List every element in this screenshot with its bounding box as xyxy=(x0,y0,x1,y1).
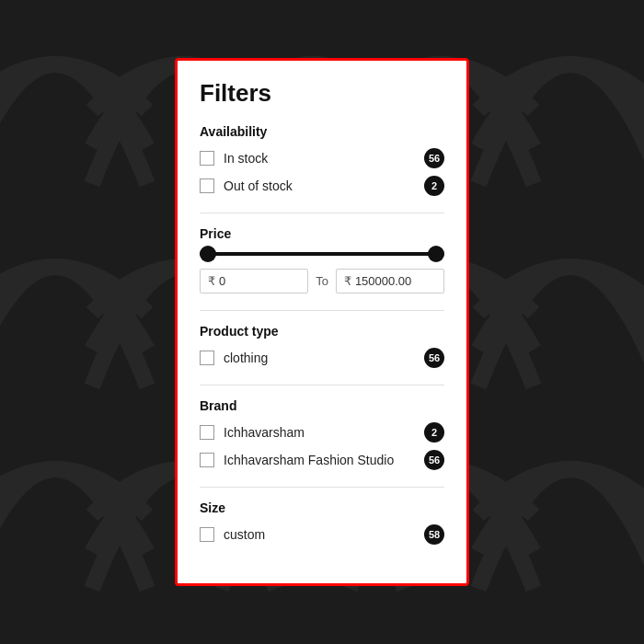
ichhavarsham-checkbox[interactable] xyxy=(200,425,214,440)
ichhavarsham-row: Ichhavarsham 2 xyxy=(200,422,444,443)
price-max-box: ₹ xyxy=(336,269,444,293)
custom-checkbox[interactable] xyxy=(200,527,214,542)
to-label: To xyxy=(316,274,328,288)
ichhavarsham-fashion-label[interactable]: Ichhavarsham Fashion Studio xyxy=(224,453,424,467)
divider-1 xyxy=(200,213,444,213)
divider-2 xyxy=(200,310,444,311)
clothing-row: clothing 56 xyxy=(200,348,444,368)
out-of-stock-label[interactable]: Out of stock xyxy=(224,178,424,193)
price-slider-container xyxy=(200,252,444,256)
ichhavarsham-fashion-checkbox[interactable] xyxy=(200,453,214,467)
filter-panel: Filters Availability In stock 56 Out of … xyxy=(175,58,469,586)
ichhavarsham-fashion-badge: 56 xyxy=(424,450,444,470)
price-label: Price xyxy=(200,226,444,241)
out-of-stock-badge: 2 xyxy=(424,176,444,196)
slider-track xyxy=(200,252,444,256)
out-of-stock-checkbox[interactable] xyxy=(200,178,214,193)
price-min-box: ₹ xyxy=(200,269,308,293)
custom-row: custom 58 xyxy=(200,524,444,545)
brand-section: Brand Ichhavarsham 2 Ichhavarsham Fashio… xyxy=(200,398,444,470)
slider-thumb-min[interactable] xyxy=(200,246,216,262)
custom-badge: 58 xyxy=(424,524,444,545)
out-of-stock-row: Out of stock 2 xyxy=(200,176,444,196)
in-stock-checkbox[interactable] xyxy=(200,151,214,166)
price-max-input[interactable] xyxy=(355,274,436,288)
product-type-label: Product type xyxy=(200,324,444,339)
clothing-checkbox[interactable] xyxy=(200,351,214,365)
price-inputs-row: ₹ To ₹ xyxy=(200,269,444,293)
filter-title: Filters xyxy=(200,79,444,108)
in-stock-row: In stock 56 xyxy=(200,148,444,168)
in-stock-badge: 56 xyxy=(424,148,444,168)
size-label: Size xyxy=(200,500,444,515)
product-type-section: Product type clothing 56 xyxy=(200,324,444,368)
clothing-badge: 56 xyxy=(424,348,444,368)
price-min-input[interactable] xyxy=(219,274,300,288)
ichhavarsham-badge: 2 xyxy=(424,422,444,443)
availability-label: Availability xyxy=(200,124,444,139)
currency-max-icon: ₹ xyxy=(344,274,351,288)
divider-4 xyxy=(200,487,444,488)
ichhavarsham-label[interactable]: Ichhavarsham xyxy=(224,425,424,440)
custom-label[interactable]: custom xyxy=(224,527,424,542)
availability-section: Availability In stock 56 Out of stock 2 xyxy=(200,124,444,196)
currency-min-icon: ₹ xyxy=(208,274,215,288)
clothing-label[interactable]: clothing xyxy=(224,351,424,365)
size-section: Size custom 58 xyxy=(200,500,444,545)
slider-thumb-max[interactable] xyxy=(428,246,444,262)
in-stock-label[interactable]: In stock xyxy=(224,151,424,166)
price-section: Price ₹ To ₹ xyxy=(200,226,444,293)
ichhavarsham-fashion-row: Ichhavarsham Fashion Studio 56 xyxy=(200,450,444,470)
divider-3 xyxy=(200,385,444,385)
brand-label: Brand xyxy=(200,398,444,413)
